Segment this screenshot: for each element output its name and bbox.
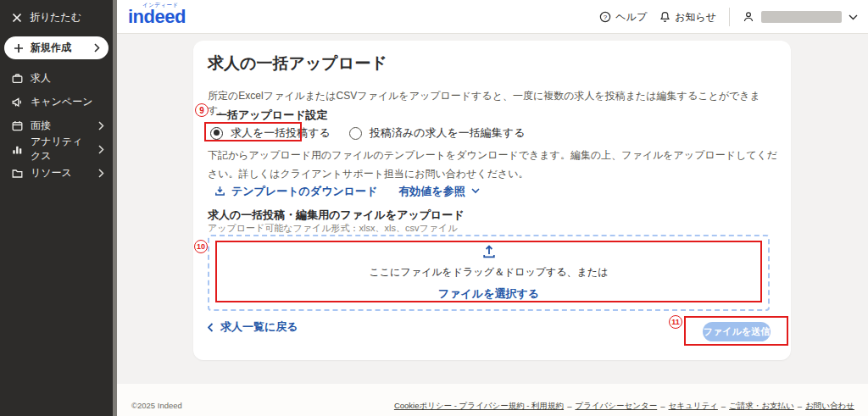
briefcase-icon [12, 73, 23, 84]
annotation-number-9: 9 [195, 103, 209, 117]
notifications-button[interactable]: お知らせ [659, 10, 716, 25]
footer-link-security[interactable]: セキュリティ [669, 401, 718, 412]
help-button[interactable]: ? ヘルプ [599, 10, 647, 25]
footer-link-cookie-policy[interactable]: Cookieポリシー - プライバシー規約 - 利用規約 [394, 401, 564, 412]
annotation-number-11: 11 [669, 315, 682, 329]
sidebar-item-interviews[interactable]: 面接 [0, 114, 113, 137]
sidebar-item-jobs[interactable]: 求人 [0, 66, 113, 90]
footer-link-privacy-center[interactable]: プライバシーセンター [575, 401, 657, 412]
plus-icon [14, 43, 24, 53]
logo-text: indeed [128, 8, 186, 25]
chevron-down-icon [849, 14, 858, 20]
chevron-right-icon [98, 145, 104, 154]
person-icon [743, 11, 754, 23]
question-circle-icon: ? [599, 11, 611, 23]
page-footer: ©2025 Indeed Cookieポリシー - プライバシー規約 - 利用規… [117, 384, 868, 416]
annotation-number-10: 10 [194, 240, 208, 253]
annotation-box-step11 [684, 316, 788, 346]
template-help-text: 下記からアップロード用のファイルのテンプレートをダウンロードできます。編集の上、… [208, 146, 779, 183]
calendar-icon [12, 120, 23, 131]
footer-separator: – [721, 402, 726, 411]
sidebar-item-resources[interactable]: リソース [0, 161, 113, 185]
megaphone-icon [12, 97, 23, 108]
chevron-right-icon [98, 169, 104, 178]
bulk-upload-card: 求人の一括アップロード 所定のExcelファイルまたはCSVファイルをアップロー… [193, 41, 791, 360]
close-icon [12, 13, 22, 23]
copyright-text: ©2025 Indeed [131, 401, 182, 410]
footer-separator: – [798, 402, 802, 411]
sidebar: 折りたたむ 新規作成 求人 キャンペーン 面接 アナ [0, 0, 113, 416]
create-new-button[interactable]: 新規作成 [4, 36, 108, 59]
upload-section-heading: 求人の一括投稿・編集用のファイルをアップロード [208, 208, 465, 223]
content-area: 求人の一括アップロード 所定のExcelファイルまたはCSVファイルをアップロー… [117, 35, 868, 384]
annotation-box-step10 [215, 241, 762, 302]
top-header: インディード indeed ? ヘルプ お知らせ [117, 0, 868, 34]
sidebar-item-label: リソース [31, 166, 91, 180]
radio-bulk-edit-label[interactable]: 投稿済みの求人を一括編集する [370, 125, 526, 141]
chevron-down-icon [471, 188, 480, 194]
account-menu[interactable] [743, 11, 858, 23]
back-link-label: 求人一覧に戻る [220, 319, 298, 335]
sidebar-item-label: 面接 [31, 119, 91, 133]
collapse-sidebar-button[interactable]: 折りたたむ [0, 0, 113, 33]
footer-link-billing[interactable]: ご請求・お支払い [729, 401, 794, 412]
annotation-box-step9 [204, 122, 302, 141]
footer-separator: – [660, 402, 665, 411]
user-name-redacted [761, 11, 842, 23]
settings-heading: 一括アップロード設定 [216, 108, 328, 123]
collapse-label: 折りたたむ [30, 10, 81, 25]
sidebar-item-campaigns[interactable]: キャンペーン [0, 90, 113, 114]
header-divider [729, 8, 730, 26]
sidebar-item-analytics[interactable]: アナリティクス [0, 137, 113, 161]
valid-values-link[interactable]: 有効値を参照 [398, 184, 479, 199]
sidebar-item-label: キャンペーン [31, 95, 104, 109]
help-label: ヘルプ [615, 10, 647, 25]
chevron-right-icon [94, 43, 100, 53]
sidebar-scrollbar[interactable] [113, 0, 117, 416]
indeed-logo[interactable]: インディード indeed [128, 3, 186, 25]
back-to-jobs-link[interactable]: 求人一覧に戻る [208, 319, 298, 335]
valid-values-label: 有効値を参照 [398, 184, 465, 199]
footer-link-contact[interactable]: お問い合わせ [805, 401, 854, 412]
download-template-link[interactable]: テンプレートのダウンロード [214, 184, 377, 199]
sidebar-item-label: アナリティクス [31, 135, 91, 164]
notifications-label: お知らせ [675, 10, 716, 25]
download-icon [214, 186, 225, 197]
svg-text:?: ? [604, 14, 608, 21]
folder-icon [12, 168, 23, 179]
radio-bulk-edit[interactable] [349, 127, 362, 140]
upload-formats-text: アップロード可能なファイル形式：xlsx、xls、csvファイル [208, 222, 458, 235]
download-template-label: テンプレートのダウンロード [231, 184, 377, 199]
page-title: 求人の一括アップロード [208, 53, 387, 75]
footer-separator: – [567, 402, 571, 411]
bell-icon [659, 11, 670, 23]
create-new-label: 新規作成 [31, 41, 87, 55]
chevron-left-icon [208, 323, 214, 332]
bar-chart-icon [12, 144, 23, 155]
sidebar-item-label: 求人 [31, 71, 104, 86]
chevron-right-icon [98, 121, 104, 130]
